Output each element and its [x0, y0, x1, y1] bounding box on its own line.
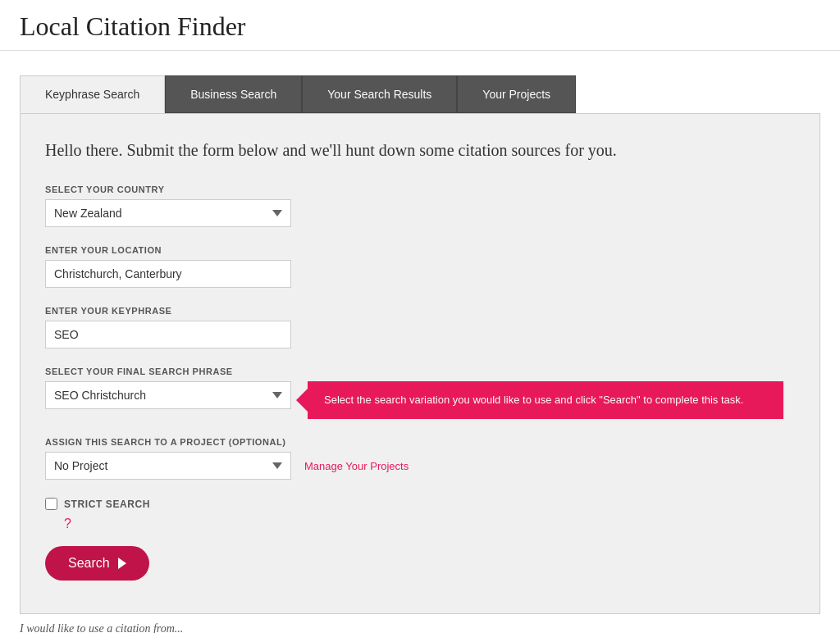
- search-phrase-row: SELECT YOUR FINAL SEARCH PHRASE SEO Chri…: [45, 367, 795, 419]
- bottom-hint: I would like to use a citation from...: [20, 622, 820, 633]
- project-select[interactable]: No Project: [45, 452, 291, 480]
- tab-business-search[interactable]: Business Search: [165, 75, 302, 113]
- callout-box: Select the search variation you would li…: [308, 381, 783, 419]
- location-input[interactable]: [45, 260, 291, 288]
- search-phrase-label: SELECT YOUR FINAL SEARCH PHRASE: [45, 367, 291, 376]
- country-field-group: SELECT YOUR COUNTRY New Zealand: [45, 184, 795, 227]
- project-row: No Project Manage Your Projects: [45, 452, 795, 480]
- callout-text: Select the search variation you would li…: [324, 394, 743, 406]
- search-button-label: Search: [68, 556, 110, 571]
- manage-projects-link[interactable]: Manage Your Projects: [304, 460, 409, 472]
- location-field-group: ENTER YOUR LOCATION: [45, 245, 795, 288]
- search-phrase-select[interactable]: SEO Christchurch: [45, 381, 291, 409]
- country-select[interactable]: New Zealand: [45, 199, 291, 227]
- site-header: Local Citation Finder: [0, 0, 840, 51]
- project-label: ASSIGN THIS SEARCH TO A PROJECT (OPTIONA…: [45, 437, 795, 447]
- keyphrase-input[interactable]: [45, 321, 291, 348]
- tab-search-results[interactable]: Your Search Results: [302, 75, 457, 113]
- project-field-group: ASSIGN THIS SEARCH TO A PROJECT (OPTIONA…: [45, 437, 795, 480]
- tab-your-projects[interactable]: Your Projects: [457, 75, 576, 113]
- strict-search-row: STRICT SEARCH: [45, 498, 795, 510]
- search-button[interactable]: Search: [45, 546, 149, 581]
- keyphrase-field-group: ENTER YOUR KEYPHRASE: [45, 306, 795, 348]
- location-label: ENTER YOUR LOCATION: [45, 245, 795, 255]
- intro-text: Hello there. Submit the form below and w…: [45, 139, 795, 162]
- country-label: SELECT YOUR COUNTRY: [45, 184, 795, 194]
- strict-search-checkbox[interactable]: [45, 498, 57, 510]
- strict-search-help-link[interactable]: ?: [64, 517, 795, 531]
- tab-keyphrase-search[interactable]: Keyphrase Search: [20, 75, 165, 113]
- strict-search-label: STRICT SEARCH: [64, 499, 150, 510]
- main-content-area: Hello there. Submit the form below and w…: [20, 113, 820, 614]
- tab-bar: Keyphrase Search Business Search Your Se…: [20, 75, 820, 113]
- search-button-arrow-icon: [118, 558, 126, 569]
- keyphrase-label: ENTER YOUR KEYPHRASE: [45, 306, 795, 316]
- search-phrase-left: SELECT YOUR FINAL SEARCH PHRASE SEO Chri…: [45, 367, 291, 409]
- bottom-hint-text: I would like to use a citation from...: [20, 622, 183, 633]
- site-title: Local Citation Finder: [20, 11, 820, 42]
